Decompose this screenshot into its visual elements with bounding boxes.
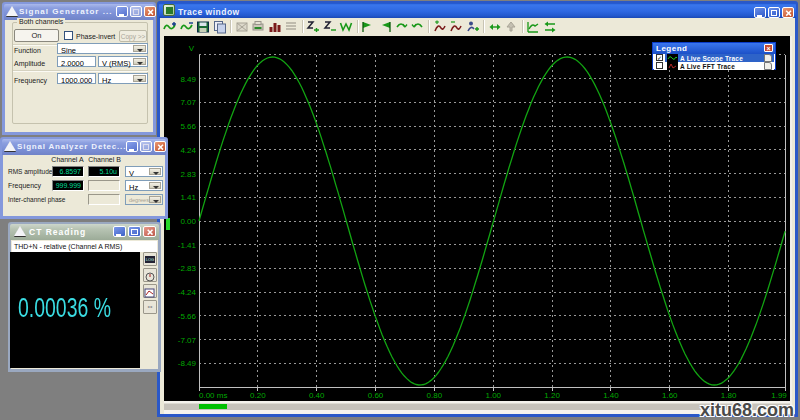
svg-text:1.60: 1.60 [662,391,678,400]
svg-text:0.40: 0.40 [309,391,325,400]
svg-text:5.66: 5.66 [180,122,196,131]
svg-text:1.00: 1.00 [485,391,501,400]
svg-text:1.20: 1.20 [544,391,560,400]
svg-text:1.40: 1.40 [603,391,619,400]
svg-text:0.60: 0.60 [368,391,384,400]
svg-text:4.24: 4.24 [180,146,196,155]
svg-text:V: V [189,44,195,53]
svg-text:1.41: 1.41 [180,193,196,202]
svg-text:0.00 ms: 0.00 ms [199,391,227,400]
svg-text:-8.49: -8.49 [178,359,197,368]
svg-text:1.99: 1.99 [771,391,787,400]
svg-text:-1.41: -1.41 [178,241,197,250]
svg-text:7.07: 7.07 [180,98,196,107]
svg-text:0.80: 0.80 [427,391,443,400]
svg-text:-5.66: -5.66 [178,312,197,321]
svg-text:0.20: 0.20 [250,391,266,400]
svg-text:8.49: 8.49 [180,75,196,84]
svg-text:-7.07: -7.07 [178,336,197,345]
svg-text:1.80: 1.80 [721,391,737,400]
svg-text:-4.24: -4.24 [178,288,197,297]
svg-text:0.00: 0.00 [180,217,196,226]
svg-text:2.83: 2.83 [180,170,196,179]
svg-text:-2.83: -2.83 [178,264,197,273]
